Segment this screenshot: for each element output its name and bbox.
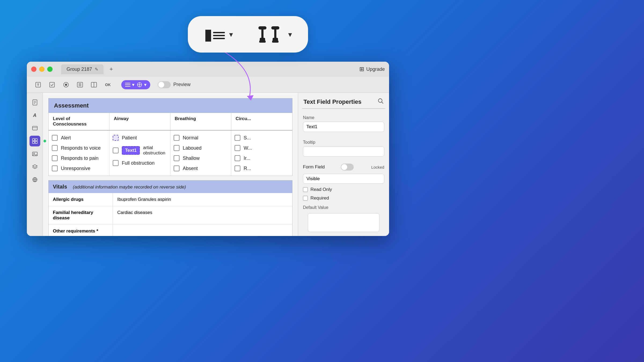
col-header-breathing: Breathing bbox=[170, 113, 231, 130]
text-tool-button[interactable]: T bbox=[32, 79, 44, 90]
breathing-laboued-row: Laboued bbox=[174, 143, 228, 153]
panel-tooltip-section: Tooltip bbox=[298, 137, 389, 162]
checkbox-unresponsive[interactable] bbox=[52, 165, 58, 171]
align-tool-button[interactable]: ▾ bbox=[125, 82, 134, 88]
checkbox-shallow[interactable] bbox=[174, 155, 180, 161]
sidebar-icon-forms-container bbox=[30, 136, 40, 146]
panel-visible-row: Visible Hidden Read Only bbox=[298, 172, 389, 185]
edit-icon[interactable]: ✎ bbox=[95, 67, 98, 72]
maximize-button[interactable] bbox=[47, 67, 53, 72]
sidebar-icon-forms[interactable] bbox=[30, 136, 40, 146]
checkbox-full[interactable] bbox=[113, 160, 119, 166]
panel-required-row: Required bbox=[298, 194, 389, 202]
label-voice: Responds to voice bbox=[61, 145, 101, 151]
vitals-title: Vitals bbox=[53, 184, 67, 190]
breathing-column: Normal Laboued Shallow Absent bbox=[170, 131, 231, 176]
readonly-checkbox[interactable] bbox=[303, 187, 308, 192]
airway-column: Patient Text1artial obstruction Full obs… bbox=[109, 131, 170, 176]
sidebar-icon-fields[interactable] bbox=[30, 123, 40, 134]
preview-toggle-track[interactable] bbox=[158, 81, 171, 88]
visible-select[interactable]: Visible Hidden Read Only bbox=[303, 174, 384, 184]
new-tab-button[interactable]: + bbox=[109, 66, 113, 73]
upgrade-button[interactable]: ⊞ Upgrade bbox=[359, 66, 385, 73]
svg-rect-33 bbox=[35, 139, 37, 141]
checkbox-absent[interactable] bbox=[174, 165, 180, 171]
svg-rect-32 bbox=[32, 139, 35, 141]
svg-rect-11 bbox=[50, 82, 54, 87]
tools-chevron[interactable]: ▾ bbox=[288, 30, 292, 39]
panel-readonly-row: Read Only bbox=[298, 185, 389, 194]
svg-rect-30 bbox=[32, 126, 37, 130]
text1-field[interactable]: Text1 bbox=[122, 146, 140, 155]
checkbox-circ2[interactable] bbox=[235, 145, 240, 151]
panel-tooltip-input[interactable] bbox=[303, 146, 384, 157]
checkbox-voice[interactable] bbox=[52, 145, 58, 151]
checkbox-tool-button[interactable] bbox=[46, 79, 58, 90]
checkbox-alert[interactable] bbox=[52, 135, 58, 141]
tab-group2187[interactable]: Group 2187 ✎ bbox=[61, 64, 104, 74]
panel-default-label: Default Value bbox=[303, 205, 384, 210]
vitals-label-allergic: Allergic drugs bbox=[49, 193, 113, 206]
active-tool-group[interactable]: ▾ ▾ bbox=[121, 80, 150, 89]
checkbox-normal[interactable] bbox=[174, 135, 180, 141]
sidebar-icon-pages[interactable] bbox=[30, 97, 40, 108]
required-checkbox[interactable] bbox=[303, 196, 308, 201]
airway-full-row: Full obstruction bbox=[113, 158, 167, 168]
tab-style[interactable]: Style bbox=[344, 109, 385, 109]
sidebar-icon-layers[interactable] bbox=[30, 161, 40, 172]
locked-toggle[interactable] bbox=[341, 164, 354, 171]
panel-name-input[interactable] bbox=[303, 122, 384, 132]
align-group[interactable]: ▮ ▾ bbox=[204, 27, 233, 42]
airway-patient-row: Patient bbox=[113, 133, 167, 143]
label-pain: Responds to pain bbox=[61, 156, 98, 161]
loc-column: Alert Responds to voice Responds to pain bbox=[49, 131, 109, 176]
main-area: A Assessment bbox=[27, 93, 389, 236]
checkbox-circ4[interactable] bbox=[235, 165, 240, 171]
breathing-shallow-row: Shallow bbox=[174, 153, 228, 163]
minimize-button[interactable] bbox=[39, 67, 45, 72]
sidebar-icon-text[interactable]: A bbox=[30, 110, 40, 121]
tools-tool-button[interactable]: ▾ bbox=[137, 82, 147, 88]
sidebar-icon-image[interactable] bbox=[30, 149, 40, 159]
svg-rect-7 bbox=[272, 40, 279, 43]
sidebar-icon-integrations[interactable] bbox=[30, 174, 40, 185]
panel-title: Text Field Properties bbox=[303, 98, 361, 105]
checkbox-circ3[interactable] bbox=[235, 155, 240, 161]
loc-pain-row: Responds to pain bbox=[52, 153, 106, 163]
panel-form-field-label: Form Field bbox=[303, 164, 325, 170]
circulation-column: S... W... Ir... R... bbox=[231, 131, 292, 176]
columns-tool-button[interactable] bbox=[88, 79, 100, 90]
col-header-circulation: Circu... bbox=[231, 113, 292, 130]
radio-tool-button[interactable] bbox=[60, 79, 72, 90]
align-chevron[interactable]: ▾ bbox=[229, 30, 233, 39]
breathing-absent-row: Absent bbox=[174, 163, 228, 173]
svg-point-42 bbox=[378, 99, 382, 102]
readonly-label: Read Only bbox=[310, 187, 332, 192]
align-icon: ▮ bbox=[204, 27, 225, 42]
circ-row3: Ir... bbox=[235, 153, 289, 163]
tools-group[interactable]: ▾ bbox=[254, 24, 292, 45]
vitals-label-other: Other requirements * bbox=[49, 225, 113, 236]
checkbox-pain[interactable] bbox=[52, 155, 58, 161]
required-label: Required bbox=[310, 195, 329, 201]
checkbox-patient[interactable] bbox=[113, 135, 119, 141]
ok-tool-button[interactable]: OK bbox=[102, 79, 114, 90]
preview-toggle[interactable]: Preview bbox=[158, 81, 191, 88]
arrow-annotation bbox=[201, 48, 268, 102]
search-icon[interactable] bbox=[378, 98, 384, 106]
checkbox-circ1[interactable] bbox=[235, 135, 240, 141]
content-area: Assessment Level of Consciousness Airway… bbox=[43, 93, 298, 236]
vitals-row-allergic: Allergic drugs Ibuprofen Granules aspiri… bbox=[49, 193, 292, 206]
panel-default-textarea[interactable] bbox=[308, 213, 379, 232]
traffic-lights bbox=[31, 67, 53, 72]
checkbox-partial[interactable] bbox=[113, 147, 119, 153]
col-header-loc: Level of Consciousness bbox=[49, 113, 109, 130]
panel-name-section: Name bbox=[298, 113, 389, 137]
preview-toggle-thumb bbox=[158, 82, 164, 88]
svg-point-37 bbox=[34, 153, 35, 154]
label-unresponsive: Unresponsive bbox=[61, 166, 90, 171]
checkbox-laboued[interactable] bbox=[174, 145, 180, 151]
tab-general[interactable]: General bbox=[302, 109, 344, 109]
list-tool-button[interactable] bbox=[74, 79, 86, 90]
close-button[interactable] bbox=[31, 67, 36, 72]
